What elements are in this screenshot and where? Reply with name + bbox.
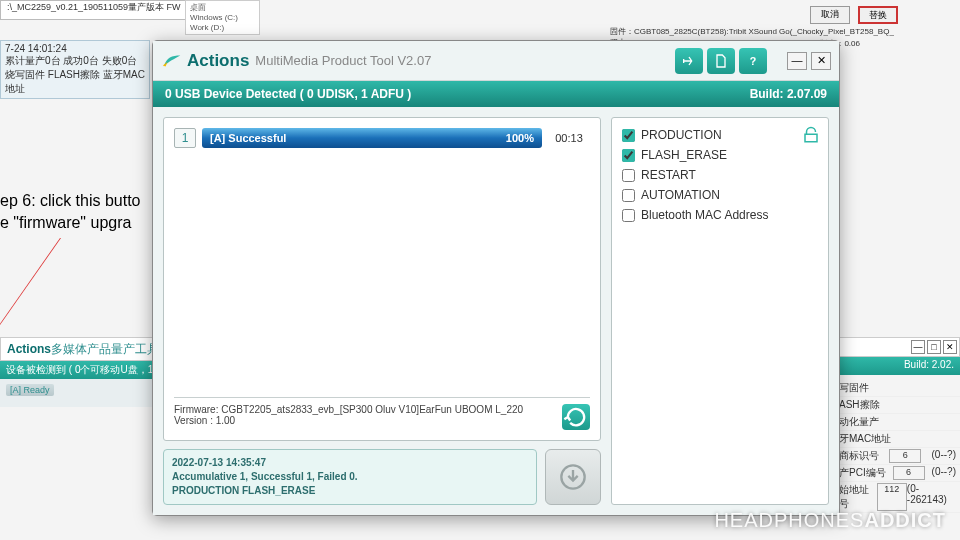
bg-field-value[interactable]: 6 [889,449,921,463]
device-elapsed-time: 00:13 [548,132,590,144]
bg-right-fields: 写固件 ASH擦除 动化量产 牙MAC地址 商标识号 6 (0--?) 产PCI… [835,380,960,513]
log-timestamp: 2022-07-13 14:35:47 [172,456,528,470]
actions-logo-icon [161,50,183,72]
watermark-light: HEADPHONES [714,509,864,531]
minimize-icon[interactable]: — [911,340,925,354]
bg-field-hint: (0--262143) [907,483,956,511]
bg-status-line: 烧写固件 FLASH擦除 蓝牙MAC地址 [5,68,145,96]
watermark-bold: ADDICT [864,509,946,531]
option-production[interactable]: PRODUCTION [622,128,818,142]
bg-right-build: Build: 2.02. [835,357,960,375]
replace-button-bg[interactable]: 替换 [858,6,898,24]
device-count-status: 0 USB Device Detected ( 0 UDISK, 1 ADFU … [165,87,411,101]
actions-tool-window: Actions MultiMedia Product Tool V2.07 ? … [152,40,840,516]
bg-status-line: 累计量产0台 成功0台 失败0台 [5,54,145,68]
option-label: AUTOMATION [641,188,720,202]
help-icon: ? [745,53,761,69]
bg-status-box: 7-24 14:01:24 累计量产0台 成功0台 失败0台 烧写固件 FLAS… [0,40,150,99]
download-icon [559,463,587,491]
bottom-row: 2022-07-13 14:35:47 Accumulative 1, Succ… [163,449,601,505]
device-progress-pct: 100% [506,132,534,144]
device-progress-bar: [A] Successful 100% [202,128,542,148]
help-button[interactable]: ? [739,48,767,74]
lock-icon[interactable] [802,126,820,148]
bg-folder-item: Windows (C:) [190,13,255,23]
bg-field-label: 始地址号 [839,483,877,511]
bg-field-label: ASH擦除 [839,398,880,412]
bg-field-value[interactable]: 112 [877,483,907,511]
left-panel: 1 [A] Successful 100% 00:13 Firmware: CG… [163,117,601,505]
option-label: FLASH_ERASE [641,148,727,162]
close-icon[interactable]: ✕ [943,340,957,354]
bg-field-hint: (0--?) [932,449,956,463]
bg-field-hint: (0--?) [932,466,956,480]
build-version: Build: 2.07.09 [750,87,827,101]
device-status-label: [A] Successful [210,132,286,144]
watermark: HEADPHONESADDICT [714,509,946,532]
window-controls: — ✕ [787,52,831,70]
app-subtitle: MultiMedia Product Tool V2.07 [255,53,431,68]
device-list: 1 [A] Successful 100% 00:13 Firmware: CG… [163,117,601,441]
annotation-line: ep 6: click this butto [0,190,141,212]
app-logo: Actions [161,50,249,72]
download-button[interactable] [545,449,601,505]
option-label: Bluetooth MAC Address [641,208,768,222]
automation-checkbox[interactable] [622,189,635,202]
bg-right-winctrl: — □ ✕ [835,337,960,357]
production-checkbox[interactable] [622,129,635,142]
option-automation[interactable]: AUTOMATION [622,188,818,202]
refresh-icon [562,403,590,431]
log-mode: PRODUCTION FLASH_ERASE [172,484,528,498]
status-bar: 0 USB Device Detected ( 0 UDISK, 1 ADFU … [153,81,839,107]
option-bt-mac[interactable]: Bluetooth MAC Address [622,208,818,222]
option-restart[interactable]: RESTART [622,168,818,182]
flash-erase-checkbox[interactable] [622,149,635,162]
close-button[interactable]: ✕ [811,52,831,70]
log-summary: Accumulative 1, Successful 1, Failed 0. [172,470,528,484]
bg-field-label: 商标识号 [839,449,879,463]
bt-mac-checkbox[interactable] [622,209,635,222]
device-number: 1 [174,128,196,148]
bg-status-line: 7-24 14:01:24 [5,43,145,54]
main-body: 1 [A] Successful 100% 00:13 Firmware: CG… [153,107,839,515]
options-panel: PRODUCTION FLASH_ERASE RESTART AUTOMATIO… [611,117,829,505]
bg-folder-item: Work (D:) [190,23,255,33]
bg-field-label: 产PCI编号 [839,466,886,480]
usb-button[interactable] [675,48,703,74]
toolbar: ? [675,48,767,74]
file-button[interactable] [707,48,735,74]
bg-cn-ready: [A] Ready [6,384,54,396]
option-label: RESTART [641,168,696,182]
bg-cn-brand: Actions [7,342,51,356]
usb-icon [681,53,697,69]
titlebar: Actions MultiMedia Product Tool V2.07 ? … [153,41,839,81]
bg-field-label: 牙MAC地址 [839,432,891,446]
bg-folder-list: 桌面 Windows (C:) Work (D:) [185,0,260,35]
firmware-name: Firmware: CGBT2205_ats2833_evb_[SP300 Ol… [174,404,562,415]
firmware-version: Version : 1.00 [174,415,562,426]
bg-folder-item: 桌面 [190,3,255,13]
svg-text:?: ? [750,55,757,67]
device-row: 1 [A] Successful 100% 00:13 [174,128,590,148]
restart-checkbox[interactable] [622,169,635,182]
refresh-button[interactable] [562,404,590,430]
bg-right-window: — □ ✕ Build: 2.02. [835,337,960,375]
bg-field-label: 动化量产 [839,415,879,429]
app-brand: Actions [187,51,249,71]
bg-field-value[interactable]: 6 [893,466,925,480]
maximize-icon[interactable]: □ [927,340,941,354]
option-flash-erase[interactable]: FLASH_ERASE [622,148,818,162]
cancel-button-bg[interactable]: 取消 [810,6,850,24]
file-icon [713,53,729,69]
option-label: PRODUCTION [641,128,722,142]
log-panel: 2022-07-13 14:35:47 Accumulative 1, Succ… [163,449,537,505]
annotation-line: e "firmware" upgra [0,212,141,234]
firmware-info: Firmware: CGBT2205_ats2833_evb_[SP300 Ol… [174,397,590,430]
minimize-button[interactable]: — [787,52,807,70]
annotation-step6: ep 6: click this butto e "firmware" upgr… [0,190,141,234]
bg-field-label: 写固件 [839,381,869,395]
